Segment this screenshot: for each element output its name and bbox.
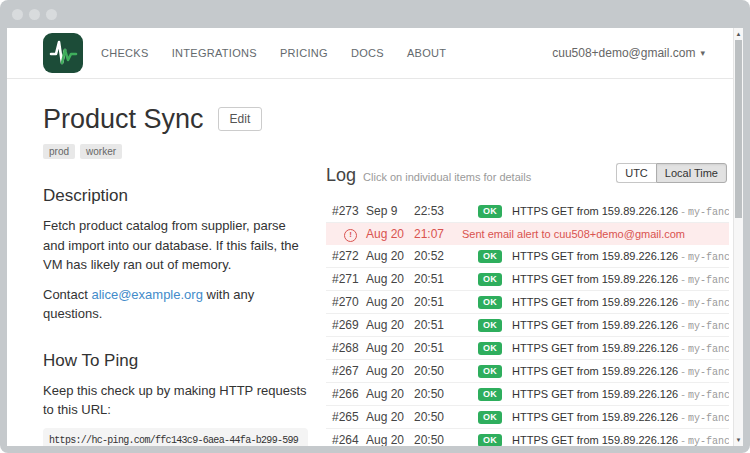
ok-badge: OK (478, 365, 502, 378)
log-row[interactable]: #272Aug 2020:52OKHTTPS GET from 159.89.2… (326, 245, 729, 268)
window-titlebar (0, 0, 750, 28)
log-row-date: Aug 20 (366, 410, 414, 424)
message-separator: - (678, 273, 688, 285)
log-row[interactable]: #268Aug 2020:51OKHTTPS GET from 159.89.2… (326, 337, 729, 360)
ok-badge: OK (478, 205, 502, 218)
log-column: LogClick on individual items for details… (326, 165, 729, 446)
message-separator: - (678, 342, 688, 354)
log-row-number: #269 (326, 318, 366, 332)
log-row-message: HTTPS GET from 159.89.226.126 - my-fancy… (512, 342, 729, 355)
log-row-number: #273 (326, 204, 366, 218)
user-agent-text: my-fancy-sy… (688, 436, 729, 447)
contact-line: Contact alice@example.org with any quest… (43, 285, 308, 324)
log-row-message: Sent email alert to cuu508+demo@gmail.co… (462, 228, 729, 240)
message-separator: - (678, 365, 688, 377)
scrollbar[interactable]: ▲ ▼ (733, 28, 743, 446)
log-row-time: 20:51 (414, 295, 454, 309)
user-agent-text: my-fancy-sy… (688, 390, 729, 401)
log-row-number: #264 (326, 433, 366, 446)
ok-badge: OK (478, 434, 502, 447)
nav-link-checks[interactable]: CHECKS (101, 47, 149, 59)
timezone-local-time-button[interactable]: Local Time (656, 163, 727, 183)
scroll-down-icon[interactable]: ▼ (734, 434, 743, 446)
log-row-date: Aug 20 (366, 433, 414, 446)
log-row[interactable]: #273Sep 922:53OKHTTPS GET from 159.89.22… (326, 200, 729, 223)
contact-email-link[interactable]: alice@example.org (91, 287, 202, 302)
ok-badge: OK (478, 296, 502, 309)
message-separator: - (678, 411, 688, 423)
message-separator: - (678, 205, 688, 217)
window-control-dot[interactable] (29, 9, 40, 20)
user-agent-text: my-fancy-sy… (688, 413, 729, 424)
log-heading: Log (326, 165, 356, 185)
account-email: cuu508+demo@gmail.com (552, 46, 695, 60)
app-logo-icon[interactable] (43, 33, 83, 73)
check-details-column: Product Sync Edit prodworker Description… (43, 103, 308, 446)
nav-link-integrations[interactable]: INTEGRATIONS (172, 47, 257, 59)
message-separator: - (678, 434, 688, 446)
user-agent-text: my-fancy-sy… (688, 321, 729, 332)
nav-link-pricing[interactable]: PRICING (280, 47, 328, 59)
log-row-message: HTTPS GET from 159.89.226.126 - my-fancy… (512, 273, 729, 286)
timezone-toggle: UTCLocal Time (616, 163, 727, 183)
nav-link-docs[interactable]: DOCS (351, 47, 384, 59)
log-row-message: HTTPS GET from 159.89.226.126 - my-fancy… (512, 205, 729, 218)
contact-prefix: Contact (43, 287, 91, 302)
user-agent-text: my-fancy-sy… (688, 367, 729, 378)
main-area: Product Sync Edit prodworker Description… (7, 79, 743, 446)
log-row-number: #267 (326, 364, 366, 378)
scroll-up-icon[interactable]: ▲ (734, 28, 743, 40)
user-agent-text: my-fancy-sy… (688, 207, 729, 218)
ping-url-instruction: Keep this check up by making HTTP reques… (43, 381, 308, 420)
log-row[interactable]: #267Aug 2020:50OKHTTPS GET from 159.89.2… (326, 360, 729, 383)
log-row-date: Sep 9 (366, 204, 414, 218)
how-to-ping-heading: How To Ping (43, 351, 308, 371)
log-row[interactable]: #269Aug 2020:51OKHTTPS GET from 159.89.2… (326, 314, 729, 337)
log-row-time: 20:50 (414, 387, 454, 401)
log-row-time: 20:51 (414, 318, 454, 332)
log-row[interactable]: #271Aug 2020:51OKHTTPS GET from 159.89.2… (326, 268, 729, 291)
nav-link-about[interactable]: ABOUT (407, 47, 446, 59)
tag-prod: prod (43, 144, 75, 159)
window-control-dot[interactable] (46, 9, 57, 20)
chevron-down-icon: ▾ (700, 48, 705, 58)
message-separator: - (678, 319, 688, 331)
log-row-time: 20:51 (414, 272, 454, 286)
browser-window: CHECKSINTEGRATIONSPRICINGDOCSABOUT cuu50… (0, 0, 750, 453)
log-row[interactable]: !Aug 2021:07Sent email alert to cuu508+d… (326, 223, 729, 245)
log-row[interactable]: #266Aug 2020:50OKHTTPS GET from 159.89.2… (326, 383, 729, 406)
edit-button[interactable]: Edit (218, 107, 263, 131)
message-separator: - (678, 296, 688, 308)
log-row-date: Aug 20 (366, 387, 414, 401)
window-control-dot[interactable] (12, 9, 23, 20)
user-agent-text: my-fancy-sy… (688, 275, 729, 286)
ok-badge: OK (478, 273, 502, 286)
ping-url-code[interactable]: https://hc-ping.com/ffc143c9-6aea-44fa-b… (43, 428, 308, 447)
scrollbar-thumb[interactable] (735, 40, 742, 218)
log-row-number: #272 (326, 249, 366, 263)
tag-list: prodworker (43, 141, 308, 159)
account-menu[interactable]: cuu508+demo@gmail.com ▾ (552, 46, 705, 60)
log-row-number: ! (326, 226, 366, 242)
ok-badge: OK (478, 388, 502, 401)
log-row-message: HTTPS GET from 159.89.226.126 - my-fancy… (512, 250, 729, 263)
log-row-number: #266 (326, 387, 366, 401)
navbar: CHECKSINTEGRATIONSPRICINGDOCSABOUT cuu50… (7, 28, 743, 79)
log-row-time: 20:50 (414, 433, 454, 446)
user-agent-text: my-fancy-sy… (688, 252, 729, 263)
description-heading: Description (43, 186, 308, 206)
log-row-time: 20:50 (414, 364, 454, 378)
log-subtitle: Click on individual items for details (363, 171, 531, 183)
log-row-time: 20:51 (414, 341, 454, 355)
log-row[interactable]: #264Aug 2020:50OKHTTPS GET from 159.89.2… (326, 429, 729, 446)
ok-badge: OK (478, 319, 502, 332)
timezone-utc-button[interactable]: UTC (616, 163, 656, 183)
log-row[interactable]: #270Aug 2020:51OKHTTPS GET from 159.89.2… (326, 291, 729, 314)
log-row-time: 20:52 (414, 249, 454, 263)
log-row[interactable]: #265Aug 2020:50OKHTTPS GET from 159.89.2… (326, 406, 729, 429)
log-row-time: 20:50 (414, 410, 454, 424)
log-row-number: #271 (326, 272, 366, 286)
ok-badge: OK (478, 411, 502, 424)
log-row-number: #270 (326, 295, 366, 309)
page-title: Product Sync (43, 103, 204, 135)
